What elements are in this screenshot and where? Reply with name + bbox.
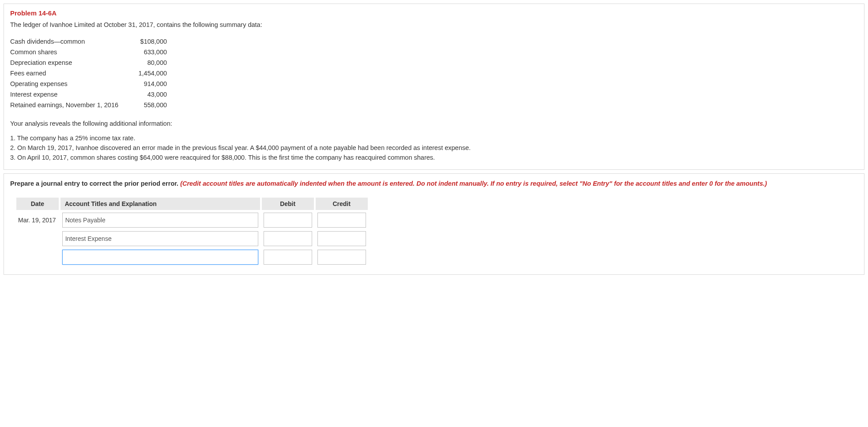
ledger-label: Retained earnings, November 1, 2016 [10,100,123,110]
debit-input[interactable] [264,250,312,265]
info-list: 1. The company has a 25% income tax rate… [10,133,858,162]
credit-input[interactable] [317,231,366,246]
journal-date: Mar. 19, 2017 [16,212,59,228]
ledger-label: Common shares [10,47,123,57]
problem-title: Problem 14-6A [10,9,858,17]
ledger-table: Cash dividends—common $108,000 Common sh… [10,36,171,110]
journal-date [16,230,59,247]
col-date: Date [16,198,59,210]
journal-row [16,230,368,247]
ledger-amount: 914,000 [123,79,171,89]
col-account: Account Titles and Explanation [60,198,260,210]
instruction-lead: Prepare a journal entry to correct the p… [10,180,180,187]
account-title-input[interactable] [62,250,258,265]
debit-input[interactable] [264,231,312,246]
problem-panel: Problem 14-6A The ledger of Ivanhoe Limi… [4,4,864,170]
ledger-label: Depreciation expense [10,57,123,68]
account-title-input[interactable] [62,213,258,228]
info-item: 2. On March 19, 2017, Ivanhoe discovered… [10,143,858,153]
info-item: 3. On April 10, 2017, common shares cost… [10,153,858,162]
ledger-row: Common shares 633,000 [10,47,171,57]
col-credit: Credit [316,198,368,210]
ledger-label: Cash dividends—common [10,36,123,47]
ledger-row: Depreciation expense 80,000 [10,57,171,68]
journal-date [16,249,59,266]
analysis-subhead: Your analysis reveals the following addi… [10,120,858,127]
credit-input[interactable] [317,213,366,228]
info-item: 1. The company has a 25% income tax rate… [10,133,858,143]
problem-intro: The ledger of Ivanhoe Limited at October… [10,21,858,28]
ledger-amount: $108,000 [123,36,171,47]
instruction-note: (Credit account titles are automatically… [180,180,767,187]
ledger-amount: 558,000 [123,100,171,110]
ledger-row: Fees earned 1,454,000 [10,68,171,79]
col-debit: Debit [262,198,314,210]
account-title-input[interactable] [62,231,258,246]
ledger-row: Cash dividends—common $108,000 [10,36,171,47]
ledger-amount: 1,454,000 [123,68,171,79]
entry-panel: Prepare a journal entry to correct the p… [4,173,864,275]
ledger-label: Operating expenses [10,79,123,89]
ledger-label: Interest expense [10,89,123,100]
ledger-amount: 80,000 [123,57,171,68]
ledger-row: Retained earnings, November 1, 2016 558,… [10,100,171,110]
journal-row [16,249,368,266]
journal-entry-table: Date Account Titles and Explanation Debi… [15,196,370,267]
ledger-amount: 633,000 [123,47,171,57]
journal-row: Mar. 19, 2017 [16,212,368,228]
debit-input[interactable] [264,213,312,228]
instruction-text: Prepare a journal entry to correct the p… [10,180,858,187]
ledger-row: Operating expenses 914,000 [10,79,171,89]
ledger-row: Interest expense 43,000 [10,89,171,100]
ledger-amount: 43,000 [123,89,171,100]
credit-input[interactable] [317,250,366,265]
ledger-label: Fees earned [10,68,123,79]
